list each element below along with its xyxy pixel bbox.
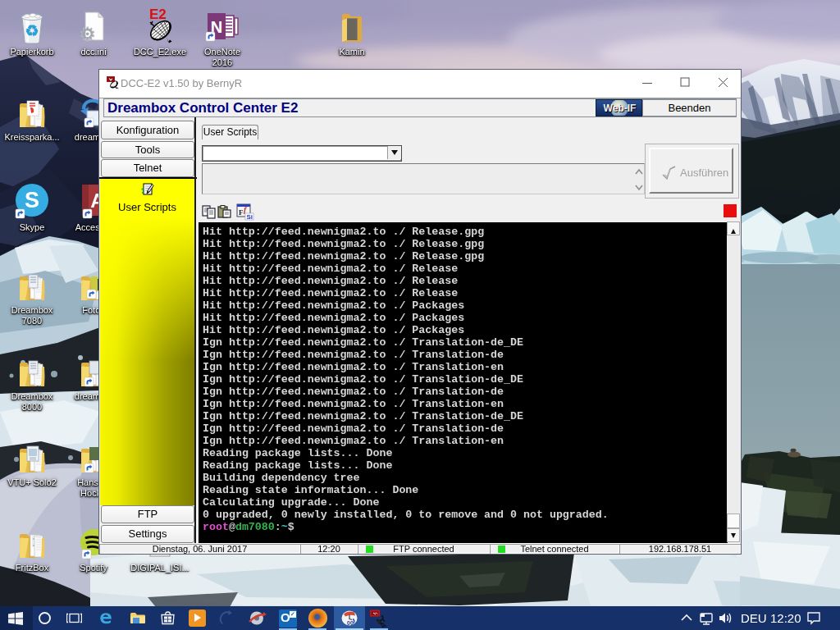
svg-text:♻: ♻ [25,22,39,39]
svg-text:Si: Si [247,213,253,221]
svg-text:⚙: ⚙ [80,25,94,43]
svg-text:00: 00 [347,620,354,626]
svg-text:E2: E2 [149,7,167,22]
svg-text:S: S [25,188,39,212]
